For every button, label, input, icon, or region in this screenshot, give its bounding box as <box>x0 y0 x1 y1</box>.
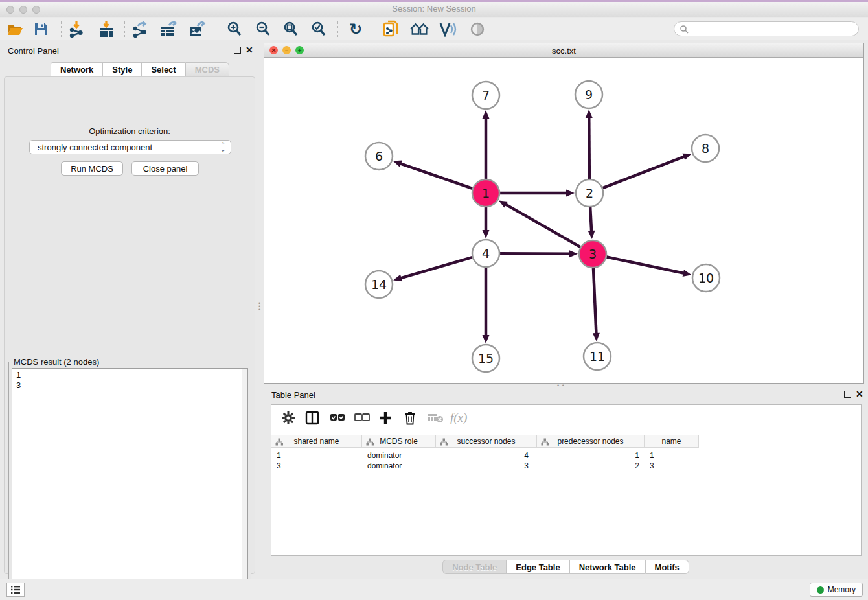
column-header-successor-nodes[interactable]: successor nodes <box>436 435 537 448</box>
tab-mcds[interactable]: MCDS <box>185 62 229 76</box>
tab-select[interactable]: Select <box>141 62 185 76</box>
mcds-result-textarea[interactable]: 1 3 <box>12 368 248 600</box>
node-label-9: 9 <box>585 87 593 102</box>
cell-name[interactable]: 1 <box>645 450 699 461</box>
tab-network[interactable]: Network <box>51 62 102 76</box>
cell-MCDS-role[interactable]: dominator <box>362 461 436 471</box>
export-table-icon[interactable] <box>159 20 179 38</box>
edge-3-11[interactable] <box>593 268 597 336</box>
export-network-icon[interactable] <box>131 20 150 38</box>
cell-predecessor-nodes[interactable]: 1 <box>537 450 645 461</box>
show-hide-icon[interactable] <box>468 20 487 38</box>
arrowhead-2-3 <box>588 231 595 239</box>
table-panel-title: Table Panel <box>271 390 315 400</box>
memory-button[interactable]: Memory <box>810 583 863 597</box>
close-panel-button[interactable]: Close panel <box>131 161 199 176</box>
gear-icon[interactable] <box>281 410 295 426</box>
zoom-out-icon[interactable] <box>253 20 273 38</box>
select-all-icon[interactable] <box>330 410 345 426</box>
criterion-dropdown[interactable]: strongly connected component ⌃⌄ <box>29 140 231 154</box>
result-scrollbar[interactable] <box>242 369 247 600</box>
edge-4-3[interactable] <box>500 253 572 254</box>
add-row-icon[interactable] <box>378 410 393 426</box>
arrowhead-3-11 <box>593 333 600 341</box>
table-row[interactable]: 3dominator323 <box>271 461 699 471</box>
cell-shared-name[interactable]: 1 <box>271 450 362 461</box>
table-row[interactable]: 1dominator411 <box>271 450 699 461</box>
cell-successor-nodes[interactable]: 4 <box>436 450 537 461</box>
column-header-name[interactable]: name <box>645 435 699 448</box>
node-label-14: 14 <box>371 277 387 292</box>
edge-1-6[interactable] <box>398 163 472 188</box>
node-label-3: 3 <box>589 247 597 261</box>
arrowhead-1-4 <box>483 230 490 238</box>
save-session-icon[interactable] <box>31 20 51 38</box>
tab-node-table[interactable]: Node Table <box>442 560 506 574</box>
network-graph[interactable]: 7968124314101511 <box>264 58 863 383</box>
memory-label: Memory <box>828 585 856 594</box>
tab-motifs[interactable]: Motifs <box>645 560 689 574</box>
close-table-panel-icon[interactable]: ✕ <box>856 389 863 399</box>
export-image-icon[interactable] <box>188 20 207 38</box>
search-input[interactable] <box>674 21 859 36</box>
cell-name[interactable]: 3 <box>645 461 699 471</box>
edge-2-9[interactable] <box>589 115 589 179</box>
zoom-in-icon[interactable] <box>225 20 244 38</box>
vizmapper-icon[interactable] <box>439 20 458 38</box>
tab-edge-table[interactable]: Edge Table <box>506 560 569 574</box>
table-panel: Table Panel ✕ <box>264 386 868 577</box>
column-header-predecessor-nodes[interactable]: predecessor nodes <box>537 435 645 448</box>
column-chooser-icon[interactable] <box>305 410 319 426</box>
close-panel-icon[interactable]: ✕ <box>246 45 253 55</box>
cell-successor-nodes[interactable]: 3 <box>436 461 537 471</box>
task-history-button[interactable] <box>6 583 25 597</box>
node-label-11: 11 <box>589 349 605 363</box>
delete-table-icon[interactable] <box>427 410 444 426</box>
criterion-value: strongly connected component <box>38 143 152 152</box>
vertical-splitter-handle[interactable]: ••• <box>258 302 262 312</box>
open-session-icon[interactable] <box>5 20 25 38</box>
network-window-titlebar: ✕ − ＋ scc.txt <box>264 43 863 58</box>
network-canvas[interactable]: 7968124314101511 <box>264 58 863 383</box>
arrowhead-1-6 <box>393 161 402 167</box>
arrowhead-3-10 <box>683 270 692 277</box>
refresh-icon[interactable]: ↻ <box>346 20 365 38</box>
column-header-shared-name[interactable]: shared name <box>271 435 362 448</box>
zoom-fit-icon[interactable] <box>281 20 301 38</box>
edge-2-3[interactable] <box>590 207 591 233</box>
arrowhead-4-14 <box>393 275 402 282</box>
hierarchy-icon <box>541 438 549 446</box>
node-label-8: 8 <box>702 141 709 156</box>
node-label-10: 10 <box>698 271 714 285</box>
trash-icon[interactable] <box>404 410 417 426</box>
cell-predecessor-nodes[interactable]: 2 <box>537 461 645 471</box>
arrowhead-4-3 <box>569 250 578 257</box>
edge-2-8[interactable] <box>603 156 687 189</box>
column-header-MCDS-role[interactable]: MCDS role <box>362 435 436 448</box>
node-label-4: 4 <box>482 246 490 260</box>
edge-3-1[interactable] <box>504 203 580 247</box>
node-label-2: 2 <box>586 186 593 200</box>
search-icon <box>680 25 689 34</box>
toolbar-separator <box>124 21 125 37</box>
float-panel-icon[interactable] <box>234 47 241 54</box>
import-table-icon[interactable] <box>97 20 116 38</box>
table-tabs: Node TableEdge TableNetwork TableMotifs <box>264 560 868 574</box>
function-builder-icon[interactable]: f(x) <box>450 410 467 426</box>
zoom-selected-icon[interactable] <box>309 20 328 38</box>
open-network-file-icon[interactable] <box>382 20 401 38</box>
arrowhead-2-8 <box>682 154 691 160</box>
cell-MCDS-role[interactable]: dominator <box>362 450 436 461</box>
cell-shared-name[interactable]: 3 <box>271 461 362 471</box>
control-panel-title: Control Panel <box>8 46 59 56</box>
float-table-panel-icon[interactable] <box>844 391 851 398</box>
edge-3-10[interactable] <box>607 257 686 274</box>
node-label-7: 7 <box>482 88 490 102</box>
run-mcds-button[interactable]: Run MCDS <box>61 161 123 176</box>
tab-network-table[interactable]: Network Table <box>569 560 645 574</box>
tab-style[interactable]: Style <box>102 62 141 76</box>
import-network-icon[interactable] <box>67 20 87 38</box>
home-browser-icon[interactable] <box>410 20 429 38</box>
deselect-all-icon[interactable] <box>354 410 370 426</box>
edge-4-14[interactable] <box>399 257 472 279</box>
